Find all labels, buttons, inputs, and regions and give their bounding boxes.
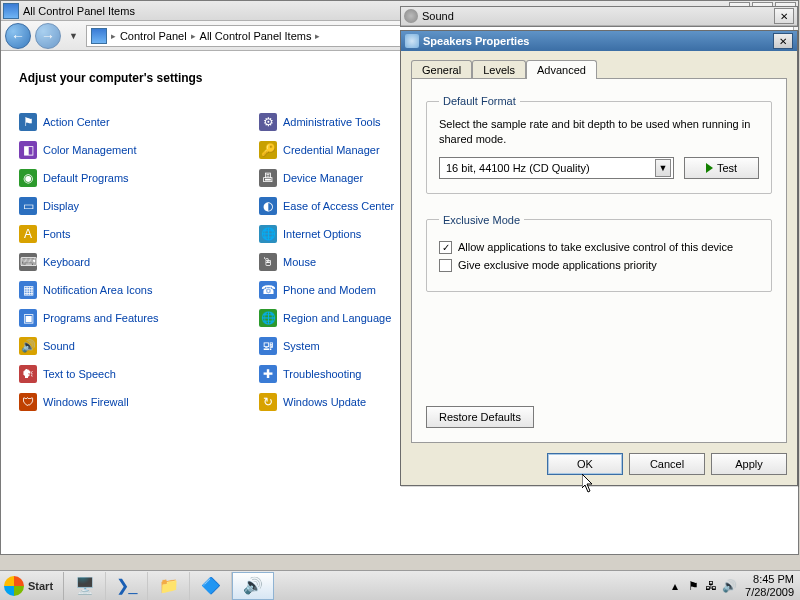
control-panel-item[interactable]: ⌨Keyboard bbox=[19, 253, 259, 271]
tray-expand-icon[interactable]: ▴ bbox=[667, 578, 683, 594]
apply-button[interactable]: Apply bbox=[711, 453, 787, 475]
item-label: System bbox=[283, 338, 320, 354]
item-label: Display bbox=[43, 198, 79, 214]
tray-network-icon[interactable]: 🖧 bbox=[703, 578, 719, 594]
ok-button[interactable]: OK bbox=[547, 453, 623, 475]
item-icon: ◐ bbox=[259, 197, 277, 215]
control-panel-item[interactable]: ◧Color Management bbox=[19, 141, 259, 159]
clock-time: 8:45 PM bbox=[745, 573, 794, 585]
speaker-icon bbox=[405, 34, 419, 48]
clock-date: 7/28/2009 bbox=[745, 586, 794, 598]
taskbar-explorer[interactable]: 📁 bbox=[148, 572, 190, 600]
item-label: Troubleshooting bbox=[283, 366, 361, 382]
start-label: Start bbox=[28, 580, 53, 592]
windows-logo-icon bbox=[4, 576, 24, 596]
tab-levels[interactable]: Levels bbox=[472, 60, 526, 79]
breadcrumb-leaf[interactable]: All Control Panel Items bbox=[200, 30, 312, 42]
control-panel-item[interactable]: ▦Notification Area Icons bbox=[19, 281, 259, 299]
nav-history-dropdown[interactable]: ▼ bbox=[65, 31, 82, 41]
item-icon: ☎ bbox=[259, 281, 277, 299]
start-button[interactable]: Start bbox=[0, 572, 64, 600]
play-icon bbox=[706, 163, 713, 173]
control-panel-item[interactable]: 🗣Text to Speech bbox=[19, 365, 259, 383]
taskbar-powershell[interactable]: ❯_ bbox=[106, 572, 148, 600]
control-panel-item[interactable]: ▣Programs and Features bbox=[19, 309, 259, 327]
item-label: Notification Area Icons bbox=[43, 282, 152, 298]
item-icon: 🖱 bbox=[259, 253, 277, 271]
item-icon: 🛡 bbox=[19, 393, 37, 411]
sound-title: Sound bbox=[422, 10, 454, 22]
item-label: Programs and Features bbox=[43, 310, 159, 326]
item-label: Phone and Modem bbox=[283, 282, 376, 298]
item-icon: 🌐 bbox=[259, 225, 277, 243]
control-panel-item[interactable]: ⚑Action Center bbox=[19, 113, 259, 131]
breadcrumb-root[interactable]: Control Panel bbox=[120, 30, 187, 42]
exclusive-control-checkbox[interactable]: ✓ bbox=[439, 241, 452, 254]
item-icon: 🌐 bbox=[259, 309, 277, 327]
control-panel-item[interactable]: ▭Display bbox=[19, 197, 259, 215]
sound-dialog: Sound ✕ bbox=[400, 6, 798, 27]
test-label: Test bbox=[717, 162, 737, 174]
item-icon: ◧ bbox=[19, 141, 37, 159]
exclusive-control-label: Allow applications to take exclusive con… bbox=[458, 241, 733, 253]
taskbar-sound[interactable]: 🔊 bbox=[232, 572, 274, 600]
default-format-desc: Select the sample rate and bit depth to … bbox=[439, 117, 759, 147]
control-panel-item[interactable]: 🔊Sound bbox=[19, 337, 259, 355]
item-label: Mouse bbox=[283, 254, 316, 270]
exclusive-priority-checkbox[interactable] bbox=[439, 259, 452, 272]
item-label: Default Programs bbox=[43, 170, 129, 186]
tabs-row: General Levels Advanced bbox=[401, 51, 797, 78]
item-icon: ◉ bbox=[19, 169, 37, 187]
item-label: Sound bbox=[43, 338, 75, 354]
taskbar-server-manager[interactable]: 🖥️ bbox=[64, 572, 106, 600]
item-label: Region and Language bbox=[283, 310, 391, 326]
speakers-properties-dialog: Speakers Properties ✕ General Levels Adv… bbox=[400, 30, 798, 486]
item-icon: 🗣 bbox=[19, 365, 37, 383]
exclusive-mode-legend: Exclusive Mode bbox=[439, 214, 524, 226]
item-label: Ease of Access Center bbox=[283, 198, 394, 214]
back-button[interactable]: ← bbox=[5, 23, 31, 49]
item-label: Administrative Tools bbox=[283, 114, 381, 130]
item-label: Windows Firewall bbox=[43, 394, 129, 410]
properties-close-button[interactable]: ✕ bbox=[773, 33, 793, 49]
properties-titlebar[interactable]: Speakers Properties ✕ bbox=[401, 31, 797, 51]
tray-volume-icon[interactable]: 🔊 bbox=[721, 578, 737, 594]
item-icon: ↻ bbox=[259, 393, 277, 411]
clock[interactable]: 8:45 PM 7/28/2009 bbox=[745, 573, 794, 597]
taskbar-control-panel[interactable]: 🔷 bbox=[190, 572, 232, 600]
cancel-button[interactable]: Cancel bbox=[629, 453, 705, 475]
taskbar: Start 🖥️ ❯_ 📁 🔷 🔊 ▴ ⚑ 🖧 🔊 8:45 PM 7/28/2… bbox=[0, 570, 800, 600]
restore-defaults-button[interactable]: Restore Defaults bbox=[426, 406, 534, 428]
item-icon: ▦ bbox=[19, 281, 37, 299]
tab-general[interactable]: General bbox=[411, 60, 472, 79]
test-button[interactable]: Test bbox=[684, 157, 759, 179]
item-label: Internet Options bbox=[283, 226, 361, 242]
tray-flag-icon[interactable]: ⚑ bbox=[685, 578, 701, 594]
item-icon: ⌨ bbox=[19, 253, 37, 271]
default-format-legend: Default Format bbox=[439, 95, 520, 107]
forward-button[interactable]: → bbox=[35, 23, 61, 49]
item-icon: ▣ bbox=[19, 309, 37, 327]
sound-titlebar[interactable]: Sound ✕ bbox=[401, 7, 797, 26]
control-panel-item[interactable]: AFonts bbox=[19, 225, 259, 243]
dialog-buttons: OK Cancel Apply bbox=[401, 453, 797, 485]
item-icon: ⚙ bbox=[259, 113, 277, 131]
item-label: Action Center bbox=[43, 114, 110, 130]
sound-icon bbox=[404, 9, 418, 23]
window-title: All Control Panel Items bbox=[23, 5, 135, 17]
item-label: Fonts bbox=[43, 226, 71, 242]
default-format-group: Default Format Select the sample rate an… bbox=[426, 95, 772, 194]
properties-title: Speakers Properties bbox=[423, 35, 529, 47]
item-label: Color Management bbox=[43, 142, 137, 158]
system-tray: ▴ ⚑ 🖧 🔊 8:45 PM 7/28/2009 bbox=[667, 572, 800, 600]
control-panel-item[interactable]: ◉Default Programs bbox=[19, 169, 259, 187]
sound-close-button[interactable]: ✕ bbox=[774, 8, 794, 24]
item-label: Device Manager bbox=[283, 170, 363, 186]
dropdown-icon[interactable]: ▼ bbox=[655, 159, 671, 177]
breadcrumb-icon bbox=[91, 28, 107, 44]
sample-rate-select[interactable]: 16 bit, 44100 Hz (CD Quality) ▼ bbox=[439, 157, 674, 179]
item-label: Credential Manager bbox=[283, 142, 380, 158]
control-panel-icon bbox=[3, 3, 19, 19]
tab-advanced[interactable]: Advanced bbox=[526, 60, 597, 79]
control-panel-item[interactable]: 🛡Windows Firewall bbox=[19, 393, 259, 411]
